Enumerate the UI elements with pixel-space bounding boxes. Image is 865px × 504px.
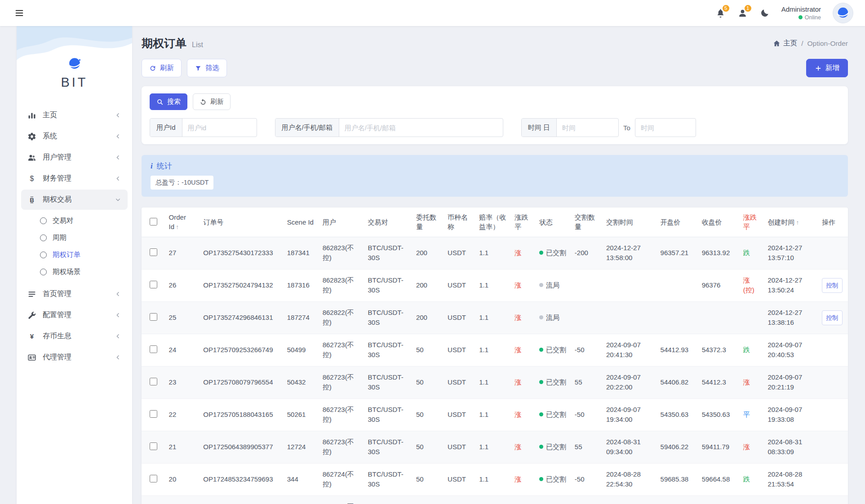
sidebar-item[interactable]: 主页 [21, 105, 128, 125]
notification-count-badge: 5 [722, 4, 730, 13]
cell-close_price: 59664.58 [698, 463, 740, 495]
sidebar-subitem[interactable]: 期权场景 [21, 263, 128, 280]
cell-order_id: 25 [165, 301, 200, 334]
direction-value: 涨 [515, 443, 521, 451]
menu-toggle-button[interactable] [12, 5, 27, 21]
cell-status: 已交割 [536, 463, 571, 495]
cell-amount: 200 [413, 301, 444, 334]
sidebar-item-label: 代理管理 [43, 353, 108, 362]
column-header-created[interactable]: 创建时间↑ [764, 208, 819, 237]
cell-created: 2024-08-28 21:49:20 [764, 495, 819, 504]
cell-scene_id: 12724 [284, 431, 319, 463]
sidebar-subitem[interactable]: 交易对 [21, 212, 128, 229]
logo[interactable]: BIT [17, 26, 132, 93]
reset-button[interactable]: 刷新 [193, 93, 231, 110]
refresh-button[interactable]: 刷新 [142, 59, 182, 77]
stats-title: 统计 [157, 161, 172, 171]
search-button[interactable]: 搜索 [150, 93, 187, 110]
sidebar-subitem-label: 期权场景 [53, 267, 80, 277]
radio-icon [40, 217, 47, 224]
row-checkbox[interactable] [150, 378, 157, 385]
sidebar-item[interactable]: 系统 [21, 126, 128, 146]
select-all-checkbox[interactable] [150, 218, 157, 225]
time-from-input[interactable] [557, 119, 618, 137]
cell-settle_time: 2024-08-28 22:54:30 [603, 463, 657, 495]
cell-close_price [698, 301, 740, 334]
cell-amount: 50 [413, 398, 444, 431]
to-label: To [623, 124, 630, 132]
row-checkbox[interactable] [150, 475, 157, 482]
cell-coin: USDT [444, 269, 475, 301]
row-checkbox[interactable] [150, 248, 157, 256]
cell-close_price: 54412.3 [698, 366, 740, 398]
online-status-label: Online [805, 14, 821, 21]
sidebar-item[interactable]: 用户管理 [21, 147, 128, 168]
cell-settle_time: 2024-08-31 09:34:00 [603, 431, 657, 463]
dark-mode-toggle[interactable] [759, 8, 770, 18]
filter-button[interactable]: 筛选 [187, 59, 227, 77]
chevron-icon [115, 133, 121, 140]
cell-created: 2024-12-27 13:50:24 [764, 269, 819, 301]
cell-pair: BTC/USDT-30S [364, 495, 412, 504]
user-alerts-button[interactable]: 1 [737, 8, 748, 18]
user-id-input[interactable] [182, 119, 257, 137]
svg-text:¥: ¥ [30, 332, 34, 340]
row-checkbox[interactable] [150, 281, 157, 288]
cell-order_no: OP1725705188043165 [200, 398, 283, 431]
notifications-bell-button[interactable]: 5 [715, 8, 726, 18]
filter-user-id: 用户Id [150, 118, 257, 137]
orders-table: Order Id↑订单号Scene Id用户交易对委托数量币种名称赔率（收益率）… [142, 208, 848, 504]
row-checkbox[interactable] [150, 345, 157, 353]
row-checkbox[interactable] [150, 313, 157, 321]
sidebar-item[interactable]: B期权交易 [21, 190, 128, 210]
username-input[interactable] [339, 119, 503, 137]
cell-order_no: OP1735275024794132 [200, 269, 283, 301]
page-title: 期权订单 [142, 36, 186, 51]
sidebar-item[interactable]: ¥存币生息 [21, 326, 128, 346]
row-checkbox[interactable] [150, 442, 157, 450]
control-button[interactable]: 控制 [822, 278, 843, 293]
cell-created: 2024-08-28 21:53:54 [764, 463, 819, 495]
column-header-order_id[interactable]: Order Id↑ [165, 208, 200, 237]
cell-coin: USDT [444, 398, 475, 431]
result-value: 平 [743, 411, 750, 418]
sidebar-subitem[interactable]: 周期 [21, 229, 128, 246]
cell-coin: USDT [444, 463, 475, 495]
row-checkbox[interactable] [150, 410, 157, 418]
cell-created: 2024-09-07 19:33:08 [764, 398, 819, 431]
cell-odds: 1.1 [475, 431, 511, 463]
cell-created: 2024-12-27 13:38:16 [764, 301, 819, 334]
cell-odds: 1.1 [475, 237, 511, 269]
cell-amount: 50 [413, 463, 444, 495]
sidebar-item[interactable]: 首页管理 [21, 284, 128, 304]
cell-action [818, 398, 848, 431]
cell-amount: 50 [413, 366, 444, 398]
cell-order_id: 21 [165, 431, 200, 463]
sidebar-item[interactable]: 配置管理 [21, 305, 128, 325]
cell-coin: USDT [444, 301, 475, 334]
control-button[interactable]: 控制 [822, 310, 843, 326]
admin-name: Administrator [781, 5, 821, 14]
cell-created: 2024-09-07 20:21:19 [764, 366, 819, 398]
search-icon [156, 98, 164, 106]
chevron-icon [115, 291, 121, 297]
avatar[interactable] [833, 3, 853, 23]
cell-checkbox [142, 366, 165, 398]
undo-icon [200, 98, 207, 106]
yen-icon: ¥ [27, 332, 36, 341]
cell-pair: BTC/USDT-30S [364, 269, 412, 301]
sidebar-item-label: 期权交易 [43, 195, 108, 204]
cell-amount: 200 [413, 237, 444, 269]
breadcrumb-separator: / [801, 40, 803, 48]
time-to-input[interactable] [635, 118, 696, 137]
svg-text:$: $ [30, 175, 34, 182]
sidebar-item[interactable]: 代理管理 [21, 347, 128, 367]
sidebar-subitem[interactable]: 期权订单 [21, 246, 128, 263]
main-content: 期权订单 List 主页 / Option-Order 刷新 [132, 26, 865, 504]
sidebar-item[interactable]: $财务管理 [21, 168, 128, 189]
add-button[interactable]: 新增 [806, 59, 848, 77]
breadcrumb-home-link[interactable]: 主页 [773, 39, 797, 48]
direction-value: 涨 [515, 411, 521, 418]
cell-close_price: 96376 [698, 269, 740, 301]
cell-checkbox [142, 301, 165, 334]
